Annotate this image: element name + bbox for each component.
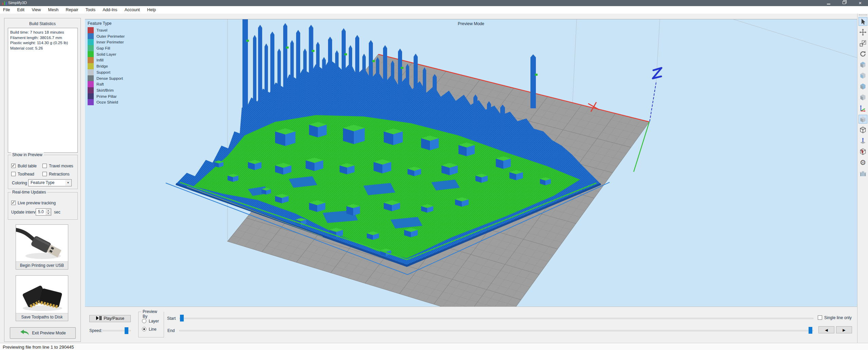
minimize-button[interactable]	[824, 0, 834, 6]
coloring-value: Feature Type	[31, 180, 55, 185]
preview-by-line-radio[interactable]	[142, 327, 146, 331]
legend-item-prime-pillar: Prime Pillar	[88, 93, 112, 99]
menu-tools[interactable]: Tools	[83, 6, 98, 14]
dense-support-swatch	[88, 75, 94, 81]
travel-moves-label: Travel moves	[49, 164, 73, 168]
menu-addins[interactable]: Add-Ins	[100, 6, 120, 14]
menu-mesh[interactable]: Mesh	[45, 6, 62, 14]
legend-item-inner-perimeter: Inner Perimeter	[88, 39, 112, 45]
legend-item-skirt-brim: Skirt/Brim	[88, 87, 112, 93]
end-slider-handle[interactable]	[809, 327, 812, 334]
build-statistics-box: Build time: 7 hours 18 minutes Filament …	[8, 28, 78, 153]
top-view-icon[interactable]	[858, 71, 867, 80]
speed-label: Speed:	[89, 328, 102, 333]
inner-perimeter-swatch	[88, 39, 94, 45]
feature-type-legend: Feature Type Travel Outer Perimeter Inne…	[88, 21, 112, 105]
end-slider[interactable]	[179, 330, 813, 331]
menu-edit[interactable]: Edit	[14, 6, 28, 14]
window-title: Simplify3D	[8, 1, 27, 5]
solid-layer-swatch	[88, 51, 94, 57]
preview-viewport[interactable]: Preview Mode Feature Type Travel Outer P…	[85, 19, 857, 307]
front-view-icon[interactable]	[858, 82, 867, 91]
gap-fill-swatch	[88, 45, 94, 51]
machine-settings-icon[interactable]: ⚙	[858, 158, 867, 167]
select-cursor-icon[interactable]	[858, 17, 867, 26]
save-toolpaths-button[interactable]: Save Toolpaths to Disk	[16, 275, 68, 321]
stat-plastic-weight: Plastic weight: 114.30 g (0.25 lb)	[10, 40, 75, 46]
scale-model-icon[interactable]	[858, 39, 867, 48]
sd-cards-image	[16, 276, 68, 313]
ooze-shield-swatch	[88, 99, 94, 105]
play-pause-button[interactable]: Play/Pause	[89, 315, 131, 322]
coloring-dropdown[interactable]: Feature Type ▼	[28, 179, 72, 186]
legend-item-outer-perimeter: Outer Perimeter	[88, 33, 112, 39]
toolhead-checkbox[interactable]	[11, 172, 16, 176]
restore-button[interactable]	[839, 0, 849, 6]
stat-build-time: Build time: 7 hours 18 minutes	[10, 30, 75, 35]
travel-moves-checkbox[interactable]	[42, 164, 47, 168]
retractions-checkbox[interactable]	[42, 172, 47, 176]
spin-down-icon[interactable]: ▼	[46, 212, 51, 215]
3d-preview-scene[interactable]	[85, 19, 857, 307]
back-arrow-icon	[20, 329, 29, 336]
step-back-icon: ◀	[825, 328, 828, 332]
legend-item-gap-fill: Gap Fill	[88, 45, 112, 51]
raft-swatch	[88, 81, 94, 87]
surface-normals-icon[interactable]	[858, 136, 867, 145]
preview-by-group: Preview By Layer Line	[138, 312, 164, 337]
side-view-icon[interactable]	[858, 93, 867, 102]
preview-playback-bar: Play/Pause Speed: Preview By Layer Line …	[85, 307, 857, 343]
toolhead-label: Toolhead	[18, 172, 34, 177]
move-model-icon[interactable]	[858, 28, 867, 37]
menu-bar: File Edit View Mesh Repair Tools Add-Ins…	[0, 6, 868, 14]
support-structures-icon[interactable]	[858, 169, 867, 178]
usb-plug-image	[16, 225, 68, 261]
step-back-button[interactable]: ◀	[818, 326, 834, 333]
cross-section-icon[interactable]	[858, 147, 867, 156]
step-forward-icon: ▶	[843, 328, 845, 332]
solid-render-icon[interactable]	[858, 115, 867, 124]
stat-material-cost: Material cost: 5.26	[10, 46, 75, 51]
stat-filament-length: Filament length: 38016.7 mm	[10, 35, 75, 41]
build-table-label: Build table	[18, 164, 37, 168]
legend-item-ooze-shield: Ooze Shield	[88, 99, 112, 105]
play-pause-icon	[96, 316, 102, 320]
speed-slider-handle[interactable]	[125, 327, 128, 334]
preview-mode-label: Preview Mode	[458, 21, 484, 26]
coloring-label: Coloring	[12, 181, 27, 185]
preview-side-panel: Build Statistics Build time: 7 hours 18 …	[4, 18, 81, 342]
retractions-label: Retractions	[49, 172, 70, 177]
spin-up-icon[interactable]: ▲	[46, 209, 51, 212]
build-table-checkbox[interactable]	[11, 164, 16, 168]
legend-item-infill: Infill	[88, 57, 112, 63]
step-forward-button[interactable]: ▶	[836, 326, 852, 333]
update-interval-stepper[interactable]: 5.0 ▲▼	[36, 208, 51, 216]
menu-account[interactable]: Account	[122, 6, 143, 14]
rotate-model-icon[interactable]	[858, 50, 867, 58]
wireframe-render-icon[interactable]	[858, 126, 867, 134]
menu-view[interactable]: View	[29, 6, 44, 14]
menu-repair[interactable]: Repair	[63, 6, 82, 14]
default-view-icon[interactable]	[858, 60, 867, 69]
start-slider[interactable]	[179, 318, 813, 319]
start-slider-handle[interactable]	[180, 315, 184, 321]
end-label: End	[167, 328, 175, 333]
exit-preview-mode-label: Exit Preview Mode	[32, 331, 66, 335]
show-axes-icon[interactable]	[858, 104, 867, 113]
legend-item-support: Support	[88, 69, 112, 75]
preview-by-title: Preview By	[141, 309, 164, 319]
begin-printing-usb-label: Begin Printing over USB	[16, 261, 68, 269]
preview-by-layer-radio[interactable]	[142, 319, 146, 323]
menu-file[interactable]: File	[0, 6, 13, 14]
menu-help[interactable]: Help	[144, 6, 159, 14]
legend-item-travel: Travel	[88, 27, 112, 33]
build-statistics-title: Build Statistics	[4, 21, 80, 26]
live-preview-label: Live preview tracking	[18, 201, 56, 205]
single-line-only-checkbox[interactable]	[818, 315, 822, 320]
begin-printing-usb-button[interactable]: Begin Printing over USB	[16, 224, 68, 270]
save-toolpaths-label: Save Toolpaths to Disk	[16, 313, 68, 321]
close-button[interactable]: ×	[855, 0, 865, 6]
toolbar-gripper[interactable]	[859, 15, 867, 15]
live-preview-checkbox[interactable]	[11, 201, 16, 205]
exit-preview-mode-button[interactable]: Exit Preview Mode	[10, 327, 76, 339]
